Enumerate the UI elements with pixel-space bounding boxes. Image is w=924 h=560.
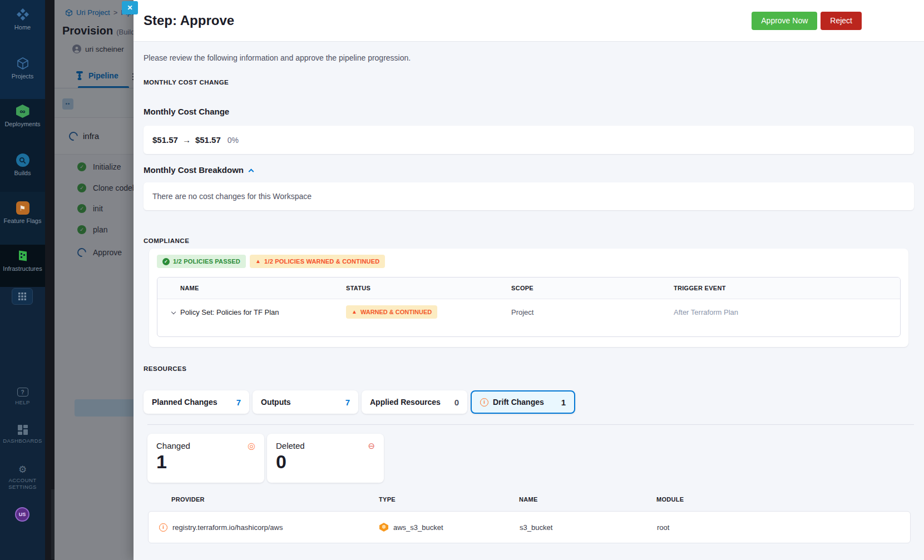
tab-outputs[interactable]: Outputs 7	[253, 390, 358, 414]
sidebar-item-label: HELP	[15, 399, 29, 406]
close-button[interactable]: ✕	[122, 1, 138, 14]
sidebar-item-label: Deployments	[4, 121, 40, 127]
policy-table-header: NAME STATUS SCOPE TRIGGER EVENT	[157, 277, 900, 299]
changed-stat-card: Changed ◎ 1	[147, 434, 264, 483]
close-icon: ✕	[127, 4, 132, 12]
question-glyph: ?	[21, 389, 24, 395]
cost-change-card: $51.57 → $51.57 0%	[144, 126, 914, 154]
tab-applied-resources[interactable]: Applied Resources 0	[362, 390, 467, 414]
policy-table-row[interactable]: Policy Set: Policies for TF Plan ▲ WARNE…	[157, 299, 900, 325]
gear-icon: ⚙	[18, 465, 27, 474]
resource-type: aws_s3_bucket	[393, 523, 443, 532]
sidebar-item-label: DASHBOARDS	[3, 438, 42, 444]
breakdown-empty-text: There are no cost changes for this Works…	[152, 192, 312, 201]
warned-badge-text: 1/2 POLICIES WARNED & CONTINUED	[264, 258, 379, 265]
changed-circle-icon: ◎	[248, 442, 255, 450]
check-circle-icon: ✓	[162, 258, 170, 265]
stat-value: 1	[156, 452, 255, 472]
warning-triangle-icon: ▲	[255, 259, 261, 264]
policy-trigger-event: After Terraform Plan	[674, 308, 900, 316]
sidebar-item-label: Feature Flags	[4, 217, 42, 224]
sidebar-item-help[interactable]: ? HELP	[0, 388, 45, 406]
flag-icon: ⚑	[16, 201, 29, 215]
sidebar-item-label: ACCOUNT SETTINGS	[6, 477, 39, 490]
stat-label: Changed	[156, 441, 190, 450]
sidebar-item-infrastructures[interactable]: Infrastructures	[0, 249, 45, 272]
sidebar-item-builds[interactable]: Builds	[0, 153, 45, 176]
sidebar-item-account-settings[interactable]: ⚙ ACCOUNT SETTINGS	[0, 465, 45, 490]
col-type: TYPE	[379, 496, 519, 503]
avatar-initials: US	[19, 512, 26, 517]
review-note: Please review the following information …	[144, 53, 914, 62]
warned-continued-badge: ▲ WARNED & CONTINUED	[346, 305, 437, 319]
dashboard-grid-icon	[18, 425, 28, 435]
check-glyph: ✓	[164, 259, 168, 264]
col-name: NAME	[180, 285, 346, 291]
sidebar-item-feature-flags[interactable]: ⚑ Feature Flags	[0, 201, 45, 224]
approve-now-button[interactable]: Approve Now	[752, 12, 817, 30]
chevron-up-icon	[249, 169, 254, 174]
cost-delta: 0%	[228, 136, 239, 145]
compliance-panel: ✓ 1/2 POLICIES PASSED ▲ 1/2 POLICIES WAR…	[149, 249, 908, 347]
infinity-glyph: ∞	[20, 107, 26, 116]
sidebar-item-label: Builds	[14, 170, 31, 176]
resource-module: root	[657, 523, 910, 532]
cost-from: $51.57	[152, 135, 178, 145]
chat-question-icon: ?	[17, 388, 28, 397]
flag-glyph: ⚑	[19, 204, 26, 212]
tab-label: Outputs	[261, 398, 291, 407]
deleted-circle-icon: ⊖	[368, 442, 375, 450]
stat-label: Deleted	[276, 441, 305, 450]
policy-badges: ✓ 1/2 POLICIES PASSED ▲ 1/2 POLICIES WAR…	[157, 255, 901, 268]
tab-count: 7	[345, 398, 350, 407]
left-nav: Home Projects ∞ Deployments Builds ⚑ Fea…	[0, 0, 45, 560]
policy-table: NAME STATUS SCOPE TRIGGER EVENT Policy S…	[157, 277, 901, 337]
info-circle-icon: i	[480, 398, 488, 407]
policies-passed-badge: ✓ 1/2 POLICIES PASSED	[157, 255, 246, 268]
section-label-compliance: COMPLIANCE	[144, 237, 914, 244]
sidebar-item-deployments[interactable]: ∞ Deployments	[0, 105, 45, 127]
tab-planned-changes[interactable]: Planned Changes 7	[144, 390, 249, 414]
tab-count: 0	[454, 398, 459, 407]
col-scope: SCOPE	[511, 285, 674, 291]
home-icon	[16, 8, 29, 21]
resource-provider: registry.terraform.io/hashicorp/aws	[172, 523, 283, 532]
status-text: WARNED & CONTINUED	[360, 309, 432, 315]
tab-count: 1	[561, 398, 566, 407]
section-label-resources: RESOURCES	[144, 365, 914, 372]
policies-warned-badge: ▲ 1/2 POLICIES WARNED & CONTINUED	[250, 255, 385, 268]
col-provider: PROVIDER	[171, 496, 379, 503]
col-name: NAME	[519, 496, 656, 503]
tab-label: Planned Changes	[152, 398, 217, 407]
tab-label: Applied Resources	[370, 398, 441, 407]
sidebar-item-label: Infrastructures	[3, 265, 42, 272]
stat-value: 0	[276, 452, 375, 472]
tab-drift-changes[interactable]: i Drift Changes 1	[471, 390, 575, 414]
col-module: MODULE	[656, 496, 911, 503]
breakdown-heading-text: Monthly Cost Breakdown	[144, 165, 244, 175]
drift-table-row[interactable]: i registry.terraform.io/hashicorp/aws aw…	[148, 511, 911, 543]
infinity-hexagon-icon: ∞	[16, 105, 29, 118]
chevron-down-icon[interactable]	[171, 310, 176, 314]
module-grid-button[interactable]	[12, 288, 33, 305]
sidebar-item-home[interactable]: Home	[0, 8, 45, 31]
col-status: STATUS	[346, 285, 511, 291]
drawer-body: Please review the following information …	[134, 42, 924, 560]
monthly-cost-heading: Monthly Cost Change	[144, 107, 914, 116]
arrow-right-icon: →	[182, 135, 191, 145]
drift-stat-cards: Changed ◎ 1 Deleted ⊖ 0	[144, 434, 914, 483]
sidebar-item-label: Projects	[12, 73, 34, 80]
user-avatar[interactable]: US	[15, 507, 29, 522]
cost-breakdown-empty-card: There are no cost changes for this Works…	[144, 182, 914, 210]
sidebar-item-projects[interactable]: Projects	[0, 57, 45, 80]
sidebar-item-dashboards[interactable]: DASHBOARDS	[0, 425, 45, 444]
policy-set-name: Policy Set: Policies for TF Plan	[180, 308, 279, 316]
cube-icon	[16, 57, 29, 70]
cost-breakdown-toggle[interactable]: Monthly Cost Breakdown	[144, 165, 914, 175]
drift-table-header: PROVIDER TYPE NAME MODULE	[148, 496, 911, 503]
reject-button[interactable]: Reject	[821, 12, 862, 30]
warning-triangle-icon: ▲	[352, 309, 357, 315]
tab-count: 7	[236, 398, 241, 407]
drawer-header: Step: Approve Approve Now Reject	[134, 0, 924, 42]
col-trigger-event: TRIGGER EVENT	[674, 285, 900, 291]
